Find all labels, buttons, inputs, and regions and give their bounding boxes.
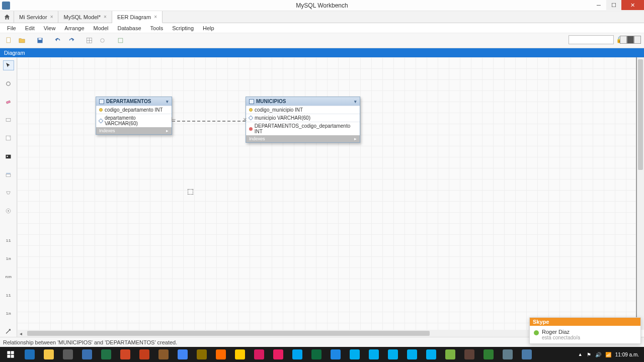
taskbar-item[interactable] xyxy=(345,347,364,362)
tray-icon[interactable]: ⚑ xyxy=(587,352,591,357)
taskbar-item[interactable] xyxy=(364,347,383,362)
taskbar-item[interactable] xyxy=(20,347,39,362)
filter-icon[interactable]: ▾ xyxy=(166,99,169,104)
tray-network-icon[interactable]: 📶 xyxy=(605,352,611,357)
rel-existing-tool[interactable] xyxy=(3,327,14,337)
redo-button[interactable] xyxy=(65,35,76,46)
hand-tool[interactable] xyxy=(3,78,14,88)
column-row[interactable]: DEPARTAMENTOS_codigo_departamento INT xyxy=(246,122,360,135)
column-row[interactable]: codigo_departamento INT xyxy=(96,106,172,114)
search-input[interactable] xyxy=(569,35,614,44)
scrollbar-thumb[interactable] xyxy=(27,331,430,336)
app-icon xyxy=(350,349,360,359)
taskbar-item[interactable] xyxy=(250,347,269,362)
taskbar-item[interactable] xyxy=(269,347,288,362)
taskbar-item[interactable] xyxy=(307,347,326,362)
taskbar-item[interactable] xyxy=(116,347,135,362)
column-row[interactable]: municipio VARCHAR(60) xyxy=(246,114,360,122)
menu-database[interactable]: Database xyxy=(113,24,145,32)
vertical-scrollbar[interactable] xyxy=(637,57,644,330)
scroll-left-icon[interactable]: ◂ xyxy=(17,331,24,336)
close-icon[interactable]: × xyxy=(50,14,53,20)
tab-eer-diagram[interactable]: EER Diagram × xyxy=(112,11,163,23)
pointer-tool[interactable] xyxy=(3,60,14,70)
taskbar-item[interactable] xyxy=(403,347,422,362)
maximize-button[interactable]: ☐ xyxy=(606,0,621,10)
taskbar-item[interactable] xyxy=(498,347,517,362)
taskbar-item[interactable] xyxy=(517,347,536,362)
snap-button[interactable] xyxy=(97,35,108,46)
filter-icon[interactable]: ▾ xyxy=(354,99,357,104)
diagram-canvas[interactable]: DEPARTAMENTOS ▾ codigo_departamento INT … xyxy=(17,57,637,330)
taskbar-item[interactable] xyxy=(58,347,77,362)
panel-toggle[interactable] xyxy=(620,36,641,44)
taskbar-item[interactable] xyxy=(460,347,479,362)
open-button[interactable] xyxy=(16,35,27,46)
relationship-line[interactable] xyxy=(172,121,246,122)
entity-header[interactable]: MUNICIPIOS ▾ xyxy=(246,97,360,106)
taskbar-item[interactable] xyxy=(97,347,116,362)
save-button[interactable] xyxy=(34,35,45,46)
taskbar-item[interactable] xyxy=(39,347,58,362)
export-button[interactable] xyxy=(115,35,126,46)
menu-edit[interactable]: Edit xyxy=(21,24,39,32)
grid-button[interactable] xyxy=(84,35,95,46)
taskbar-item[interactable] xyxy=(135,347,154,362)
menu-arrange[interactable]: Arrange xyxy=(60,24,88,32)
rel-1-n-nonident-tool[interactable]: 1:n xyxy=(3,254,14,264)
start-button[interactable] xyxy=(2,347,19,362)
column-row[interactable]: departamento VARCHAR(60) xyxy=(96,114,172,127)
menu-file[interactable]: File xyxy=(3,24,20,32)
system-tray[interactable]: ▲ ⚑ 🔊 📶 11:09 a.m. xyxy=(578,352,642,357)
rel-1-1-ident-tool[interactable]: 1:1 xyxy=(3,291,14,301)
entity-footer[interactable]: Indexes▸ xyxy=(96,127,172,134)
taskbar-item[interactable] xyxy=(211,347,230,362)
image-tool[interactable] xyxy=(3,151,14,161)
tray-overflow-icon[interactable]: ▲ xyxy=(578,352,583,357)
entity-footer[interactable]: Indexes▸ xyxy=(246,135,360,142)
tab-mysql-model[interactable]: MySQL Model* × xyxy=(58,11,112,23)
entity-municipios[interactable]: MUNICIPIOS ▾ codigo_municipio INT munici… xyxy=(246,97,360,143)
rel-1-1-nonident-tool[interactable]: 1:1 xyxy=(3,236,14,246)
taskbar-item[interactable] xyxy=(77,347,97,362)
taskbar-item[interactable] xyxy=(154,347,173,362)
taskbar-item[interactable] xyxy=(326,347,345,362)
eraser-tool[interactable] xyxy=(3,97,14,107)
entity-header[interactable]: DEPARTAMENTOS ▾ xyxy=(96,97,172,106)
taskbar-item[interactable] xyxy=(422,347,441,362)
taskbar-item[interactable] xyxy=(383,347,403,362)
taskbar-item[interactable] xyxy=(441,347,460,362)
taskbar-item[interactable] xyxy=(288,347,307,362)
app-icon xyxy=(101,349,111,359)
close-icon[interactable]: × xyxy=(154,14,157,20)
entity-departamentos[interactable]: DEPARTAMENTOS ▾ codigo_departamento INT … xyxy=(96,97,172,135)
menu-tools[interactable]: Tools xyxy=(146,24,168,32)
taskbar-item[interactable] xyxy=(479,347,498,362)
taskbar-item[interactable] xyxy=(230,347,250,362)
column-row[interactable]: codigo_municipio INT xyxy=(246,106,360,114)
rel-n-m-tool[interactable]: n:m xyxy=(3,272,14,282)
note-tool[interactable] xyxy=(3,133,14,143)
menu-model[interactable]: Model xyxy=(90,24,113,32)
table-tool[interactable] xyxy=(3,169,14,179)
tray-volume-icon[interactable]: 🔊 xyxy=(595,352,601,357)
menu-scripting[interactable]: Scripting xyxy=(168,24,198,32)
view-tool[interactable] xyxy=(3,188,14,198)
tab-mi-servidor[interactable]: Mi Servidor × xyxy=(14,11,58,23)
close-icon[interactable]: × xyxy=(104,14,107,20)
routine-tool[interactable] xyxy=(3,206,14,216)
close-button[interactable]: ✕ xyxy=(621,0,644,10)
undo-button[interactable] xyxy=(52,35,63,46)
taskbar-item[interactable] xyxy=(192,347,211,362)
rel-1-n-ident-tool[interactable]: 1:n xyxy=(3,309,14,319)
tray-clock[interactable]: 11:09 a.m. xyxy=(615,352,639,357)
layer-tool[interactable] xyxy=(3,115,14,125)
skype-notification[interactable]: Skype Roger Diaz está conectado/a xyxy=(529,317,641,344)
minimize-button[interactable]: ─ xyxy=(591,0,606,10)
home-tab[interactable] xyxy=(0,11,14,23)
new-button[interactable] xyxy=(3,35,14,46)
menu-help[interactable]: Help xyxy=(199,24,218,32)
scrollbar-thumb[interactable] xyxy=(638,59,643,170)
taskbar-item[interactable] xyxy=(173,347,192,362)
menu-view[interactable]: View xyxy=(40,24,60,32)
